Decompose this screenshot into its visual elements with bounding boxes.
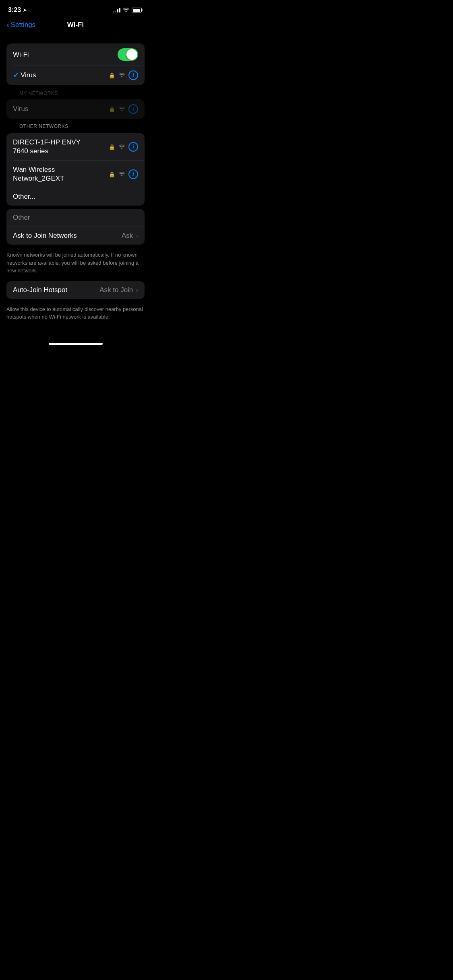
wifi-card: Wi-Fi ✓ Virus 🔒 i [6, 43, 145, 85]
ghost-row-right: 🔒 i [109, 104, 138, 114]
ask-join-section: Other Ask to Join Networks Ask › [6, 209, 145, 245]
wifi-icon-direct [118, 143, 125, 150]
auto-join-right: Ask to Join › [99, 286, 138, 294]
auto-join-label: Auto-Join Hotspot [13, 286, 99, 294]
other-networks-card-section: DIRECT-1F-HP ENVY7640 series 🔒 i Wan Wir… [6, 133, 145, 206]
ask-to-join-label: Ask to Join Networks [13, 232, 122, 240]
signal-bar-3 [117, 9, 118, 12]
wifi-toggle-row[interactable]: Wi-Fi [6, 43, 145, 66]
other-networks-card: DIRECT-1F-HP ENVY7640 series 🔒 i Wan Wir… [6, 133, 145, 206]
my-network-ghost-name: Virus [13, 105, 109, 113]
ghost-lock-icon: 🔒 [109, 106, 115, 112]
my-network-info-button[interactable]: i [128, 104, 138, 114]
home-bar [49, 343, 103, 345]
auto-join-row[interactable]: Auto-Join Hotspot Ask to Join › [6, 281, 145, 299]
connected-checkmark-icon: ✓ [13, 71, 19, 80]
wifi-signal-icon [118, 72, 125, 79]
other-networks-label: OTHER NETWORKS [13, 124, 138, 129]
wifi-status-icon [123, 7, 129, 13]
status-time: 3:23 ➤ [8, 6, 27, 14]
wifi-toggle[interactable] [118, 48, 138, 61]
ghost-wifi-icon [118, 105, 125, 113]
ask-to-join-chevron-icon: › [136, 233, 138, 239]
ask-to-join-row[interactable]: Ask to Join Networks Ask › [6, 227, 145, 245]
back-button[interactable]: ‹ Settings [6, 21, 35, 29]
ask-to-join-right: Ask › [122, 232, 138, 240]
auto-join-chevron-icon: › [136, 287, 138, 293]
signal-bar-1 [113, 11, 114, 12]
ask-to-join-footer: Known networks will be joined automatica… [0, 248, 151, 281]
page-title: Wi-Fi [67, 21, 84, 29]
auto-join-footer: Allow this device to automatically disco… [0, 302, 151, 327]
ask-join-card: Other Ask to Join Networks Ask › [6, 209, 145, 245]
home-indicator [0, 340, 151, 347]
other-ghost-label: Other [13, 214, 138, 222]
status-icons [113, 7, 143, 13]
lock-icon-direct: 🔒 [109, 144, 115, 150]
signal-bar-4 [119, 8, 120, 12]
network-row-right-wan: 🔒 i [109, 169, 138, 179]
auto-join-value: Ask to Join [99, 286, 133, 294]
network-row-wan[interactable]: Wan WirelessNetwork_2GEXT 🔒 i [6, 161, 145, 188]
connected-network-name: Virus [21, 71, 109, 79]
other-networks-section: OTHER NETWORKS [0, 119, 151, 133]
auto-join-section: Auto-Join Hotspot Ask to Join › [6, 281, 145, 299]
lock-icon: 🔒 [109, 72, 115, 78]
location-icon: ➤ [23, 8, 27, 13]
nav-bar: ‹ Settings Wi-Fi [0, 18, 151, 35]
my-networks-label: MY NETWORKS [13, 91, 138, 96]
my-network-ghost-row: Virus 🔒 i [6, 99, 145, 119]
network-name-wan: Wan WirelessNetwork_2GEXT [13, 165, 109, 183]
back-chevron-icon: ‹ [6, 20, 9, 29]
auto-join-card: Auto-Join Hotspot Ask to Join › [6, 281, 145, 299]
info-button-direct[interactable]: i [128, 142, 138, 152]
network-info-button[interactable]: i [128, 70, 138, 80]
lock-icon-wan: 🔒 [109, 171, 115, 177]
wifi-icon-wan [118, 171, 125, 178]
time-display: 3:23 [8, 6, 21, 14]
ask-to-join-value: Ask [122, 232, 133, 240]
connected-network-row[interactable]: ✓ Virus 🔒 i [6, 66, 145, 85]
my-networks-ghost-area: MY NETWORKS [0, 88, 151, 99]
wifi-section: Wi-Fi ✓ Virus 🔒 i [6, 43, 145, 85]
network-name-other: Other... [13, 193, 138, 201]
network-row-direct[interactable]: DIRECT-1F-HP ENVY7640 series 🔒 i [6, 133, 145, 161]
back-label: Settings [11, 21, 35, 29]
info-button-wan[interactable]: i [128, 169, 138, 179]
signal-bars [113, 8, 120, 12]
status-bar: 3:23 ➤ [0, 0, 151, 18]
other-ghost-row: Other [6, 209, 145, 227]
network-row-other[interactable]: Other... [6, 188, 145, 206]
signal-bar-2 [115, 10, 116, 12]
network-row-right-direct: 🔒 i [109, 142, 138, 152]
toggle-knob [126, 49, 137, 60]
network-name-direct: DIRECT-1F-HP ENVY7640 series [13, 138, 109, 156]
network-row-right: 🔒 i [109, 70, 138, 80]
wifi-label: Wi-Fi [13, 51, 118, 59]
my-networks-ghost-card: Virus 🔒 i [6, 99, 145, 119]
battery-icon [132, 8, 143, 12]
